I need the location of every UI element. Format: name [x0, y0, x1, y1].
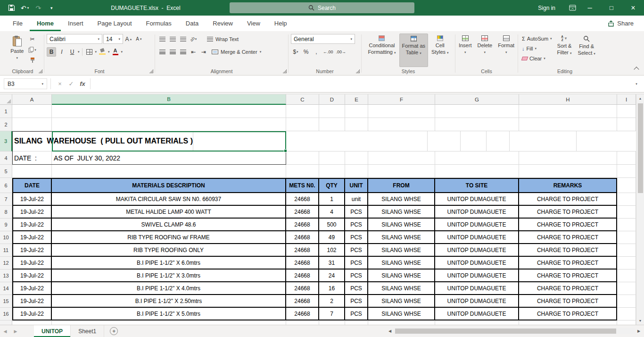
table-cell[interactable]: PCS	[345, 282, 368, 295]
middle-align-button[interactable]	[168, 34, 177, 44]
delete-cells-button[interactable]: Delete ▾	[475, 34, 495, 67]
save-button[interactable]	[5, 0, 18, 16]
tab-insert[interactable]: Insert	[61, 16, 91, 31]
table-cell[interactable]: 24668	[286, 308, 319, 320]
table-cell[interactable]: B.I PIPE 1-1/2" X 3.0mtrs	[52, 270, 286, 282]
table-cell[interactable]: SILANG WHSE	[368, 270, 435, 282]
table-cell[interactable]: 19-Jul-22	[12, 270, 52, 282]
column-header-B[interactable]: B	[52, 94, 286, 105]
table-cell[interactable]: B.I PIPE 1-1/2" X 2.50mtrs	[52, 295, 286, 308]
cell[interactable]	[428, 131, 461, 152]
table-header-remarks[interactable]: REMARKS	[519, 178, 617, 193]
row-header-6[interactable]: 6	[0, 178, 12, 193]
column-header-E[interactable]: E	[345, 94, 368, 105]
collapse-ribbon-icon[interactable]	[634, 67, 639, 72]
cell[interactable]	[617, 231, 636, 244]
maximize-button[interactable]: □	[601, 0, 622, 16]
table-cell[interactable]: CHARGE TO PROJECT	[519, 282, 617, 295]
sort-filter-button[interactable]: AZ▼ Sort &Filter ▾	[555, 34, 574, 67]
table-cell[interactable]: B.I PIPE 1-1/2" X 6.0mtrs	[52, 257, 286, 270]
table-cell[interactable]: MAKITA CIRCULAR SAW SN N0. 660937	[52, 193, 286, 206]
cell[interactable]	[52, 105, 286, 118]
table-cell[interactable]: SILANG WHSE	[368, 282, 435, 295]
table-cell[interactable]: PCS	[345, 244, 368, 257]
horizontal-scroll-thumb[interactable]	[395, 329, 616, 334]
row-header-4[interactable]: 4	[0, 152, 12, 165]
cell-styles-button[interactable]: CellStyles ▾	[429, 34, 451, 67]
paste-button[interactable]: Paste ▾	[8, 34, 26, 67]
cell[interactable]	[368, 118, 435, 131]
table-cell[interactable]: 19-Jul-22	[12, 295, 52, 308]
table-cell[interactable]: B.I PIPE 1-1/2" X 5.0mtrs	[52, 308, 286, 320]
cell[interactable]	[461, 131, 487, 152]
column-header-H[interactable]: H	[519, 94, 617, 105]
customize-qat-button[interactable]: ▾	[45, 0, 58, 16]
autosum-button[interactable]: ΣAutoSum▾	[520, 34, 553, 43]
font-size-select[interactable]: 14▾	[103, 34, 123, 44]
table-cell[interactable]: PCS	[345, 206, 368, 219]
cell[interactable]	[519, 165, 617, 178]
table-cell[interactable]: RIB TYPE ROOFING w/ FRAME	[52, 231, 286, 244]
table-cell[interactable]: 7	[319, 308, 345, 320]
column-header-A[interactable]: A	[12, 94, 52, 105]
cell[interactable]	[435, 152, 519, 165]
align-left-button[interactable]	[157, 47, 167, 57]
cell[interactable]	[12, 320, 52, 325]
cell[interactable]	[319, 152, 345, 165]
table-cell[interactable]: SILANG WHSE	[368, 231, 435, 244]
wrap-text-button[interactable]: Wrap Text	[205, 34, 241, 44]
cell[interactable]	[12, 165, 52, 178]
table-cell[interactable]: 19-Jul-22	[12, 219, 52, 231]
insert-function-button[interactable]: fx	[77, 78, 88, 89]
table-cell[interactable]: UNITOP DUMAGUETE	[435, 244, 519, 257]
cell[interactable]	[519, 320, 617, 325]
table-cell[interactable]: CHARGE TO PROJECT	[519, 193, 617, 206]
paste-dropdown-icon[interactable]: ▾	[16, 56, 18, 59]
row-header-15[interactable]: 15	[0, 295, 12, 308]
table-cell[interactable]: 19-Jul-22	[12, 257, 52, 270]
row-header-17[interactable]	[0, 320, 12, 325]
formula-input[interactable]	[90, 78, 631, 89]
cell[interactable]	[435, 320, 519, 325]
table-cell[interactable]: SILANG WHSE	[368, 257, 435, 270]
cell[interactable]	[617, 244, 636, 257]
underline-dropdown-icon[interactable]: ▾	[78, 50, 80, 53]
cell[interactable]	[52, 165, 286, 178]
redo-button[interactable]: ↷	[32, 0, 45, 16]
name-box-dropdown-icon[interactable]: ▾	[41, 82, 43, 85]
table-cell[interactable]: PCS	[345, 231, 368, 244]
row-header-12[interactable]: 12	[0, 257, 12, 270]
hscroll-right-button[interactable]: ▶	[635, 329, 643, 333]
table-cell[interactable]: 24	[319, 270, 345, 282]
conditional-formatting-button[interactable]: ConditionalFormatting ▾	[365, 34, 398, 67]
decrease-decimal-button[interactable]: .00→	[335, 47, 347, 57]
table-cell[interactable]: UNITOP DUMAGUETE	[435, 257, 519, 270]
tab-file[interactable]: File	[6, 16, 30, 31]
table-header-materials-description[interactable]: MATERIALS DESCRIPTION	[52, 178, 286, 193]
table-cell[interactable]: 24668	[286, 282, 319, 295]
select-all-corner[interactable]	[0, 94, 12, 105]
table-cell[interactable]: CHARGE TO PROJECT	[519, 295, 617, 308]
ribbon-display-options-button[interactable]	[566, 0, 579, 16]
cell[interactable]	[435, 165, 519, 178]
cell[interactable]	[52, 118, 286, 131]
decrease-font-size-button[interactable]: A▼	[134, 34, 144, 44]
table-cell[interactable]: SILANG WHSE	[368, 244, 435, 257]
share-button[interactable]: Share	[608, 20, 644, 27]
font-dialog-launcher[interactable]	[149, 69, 153, 73]
table-cell[interactable]: RIB TYPE ROOFING ONLY	[52, 244, 286, 257]
cell[interactable]	[286, 105, 319, 118]
font-color-button[interactable]: A	[111, 47, 120, 57]
table-cell[interactable]: 24668	[286, 206, 319, 219]
cell[interactable]	[617, 295, 636, 308]
table-cell[interactable]: 24668	[286, 244, 319, 257]
table-cell[interactable]: 24668	[286, 270, 319, 282]
tab-formulas[interactable]: Formulas	[139, 16, 179, 31]
tab-view[interactable]: View	[240, 16, 267, 31]
expand-formula-bar-button[interactable]: ▾	[631, 78, 642, 89]
table-cell[interactable]: UNITOP DUMAGUETE	[435, 270, 519, 282]
table-cell[interactable]: UNITOP DUMAGUETE	[435, 219, 519, 231]
cell[interactable]	[286, 152, 319, 165]
table-cell[interactable]: unit	[345, 193, 368, 206]
sheet-tab-sheet1[interactable]: Sheet1	[71, 325, 104, 337]
